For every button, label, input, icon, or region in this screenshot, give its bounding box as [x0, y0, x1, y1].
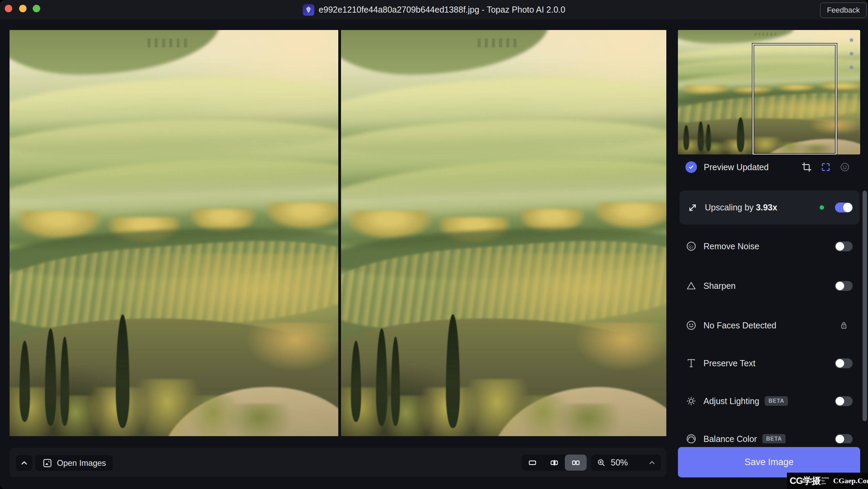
preview-status-label: Preview Updated	[704, 162, 769, 172]
feedback-button[interactable]: Feedback	[820, 2, 867, 18]
zoom-control[interactable]: 50%	[591, 455, 661, 471]
app-icon	[303, 4, 314, 16]
beta-badge: BETA	[765, 396, 788, 406]
adjust-lighting-toggle[interactable]	[835, 396, 853, 406]
expand-arrows-icon	[686, 202, 699, 213]
window-title: e992e1210fe44a80a2709b644ed1388f.jpg - T…	[319, 5, 565, 15]
watermark-site: CGaep.Com	[833, 476, 868, 485]
zoom-in-icon	[596, 458, 606, 468]
color-balance-icon	[684, 433, 698, 443]
original-image-pane[interactable]	[10, 30, 338, 436]
text-icon	[684, 358, 698, 369]
filter-label: Balance Color	[703, 434, 757, 444]
side-by-side-view-icon	[571, 458, 580, 468]
filter-preserve-text[interactable]: Preserve Text	[680, 351, 859, 375]
single-view-icon	[528, 458, 537, 468]
lock-icon	[839, 321, 849, 330]
watermark-mini-text: Artistsfor you	[822, 477, 829, 485]
filter-label: Upscaling by 3.93x	[705, 203, 777, 212]
open-images-label: Open Images	[57, 458, 106, 468]
thumbnail-viewport-rect[interactable]	[753, 44, 837, 154]
beta-badge: BETA	[762, 434, 786, 443]
watermark-logo: CG学摄	[790, 475, 821, 487]
balance-color-toggle[interactable]	[835, 434, 853, 444]
view-side-by-side-button[interactable]	[565, 455, 587, 471]
filter-remove-noise[interactable]: Remove Noise	[680, 234, 859, 258]
filter-balance-color[interactable]: Balance Color BETA	[680, 427, 859, 443]
view-mode-group	[522, 455, 587, 471]
sun-icon	[684, 396, 698, 406]
filter-adjust-lighting[interactable]: Adjust Lighting BETA	[680, 389, 859, 413]
minimize-window-button[interactable]	[19, 5, 27, 12]
check-icon	[685, 161, 697, 173]
landscape-photo	[341, 30, 666, 436]
image-icon	[42, 458, 52, 468]
chevron-up-icon	[20, 459, 29, 468]
upscaling-toggle[interactable]	[835, 203, 853, 212]
panel-scrollbar[interactable]	[863, 191, 867, 421]
status-dot	[820, 205, 824, 210]
filters-panel: Upscaling by 3.93x Remove Noise	[678, 186, 864, 443]
face-preview-icon[interactable]	[840, 162, 850, 172]
thumbnail-handle-dot	[850, 65, 853, 69]
collapse-filmstrip-button[interactable]	[16, 455, 32, 471]
preserve-text-toggle[interactable]	[835, 358, 853, 368]
preview-status-row: Preview Updated	[678, 155, 860, 179]
sharpen-toggle[interactable]	[835, 281, 853, 291]
triangle-icon	[684, 280, 698, 291]
maximize-window-button[interactable]	[33, 5, 40, 12]
filter-label: Adjust Lighting	[703, 396, 759, 406]
landscape-photo	[10, 30, 338, 436]
open-images-button[interactable]: Open Images	[35, 455, 113, 471]
filter-label: Sharpen	[703, 281, 736, 291]
face-icon	[684, 320, 698, 331]
preview-thumbnail[interactable]	[678, 30, 860, 154]
chevron-up-icon[interactable]	[648, 459, 656, 467]
crop-icon[interactable]	[802, 162, 812, 172]
noise-icon	[684, 241, 698, 252]
footer-toolbar: Open Images	[10, 448, 666, 477]
thumbnail-handle-dot	[850, 38, 853, 42]
filter-sharpen[interactable]: Sharpen	[680, 274, 859, 298]
view-split-button[interactable]	[543, 455, 565, 471]
filter-upscaling[interactable]: Upscaling by 3.93x	[680, 191, 859, 224]
split-view-icon	[549, 458, 559, 468]
title-bar: e992e1210fe44a80a2709b644ed1388f.jpg - T…	[0, 0, 868, 19]
zoom-level-value: 50%	[611, 458, 628, 468]
enhanced-image-pane[interactable]	[341, 30, 666, 436]
filter-label: Remove Noise	[703, 241, 759, 251]
filter-label: Preserve Text	[703, 358, 755, 368]
view-single-button[interactable]	[522, 455, 543, 471]
fullscreen-icon[interactable]	[821, 162, 831, 172]
thumbnail-handle-dot	[850, 52, 853, 56]
remove-noise-toggle[interactable]	[835, 241, 853, 251]
app-window: e992e1210fe44a80a2709b644ed1388f.jpg - T…	[0, 0, 868, 489]
watermark: CG学摄 Artistsfor you CGaep.Com	[787, 473, 868, 489]
filter-label: No Faces Detected	[703, 321, 776, 330]
close-window-button[interactable]	[5, 5, 12, 12]
filter-faces[interactable]: No Faces Detected	[680, 313, 859, 337]
